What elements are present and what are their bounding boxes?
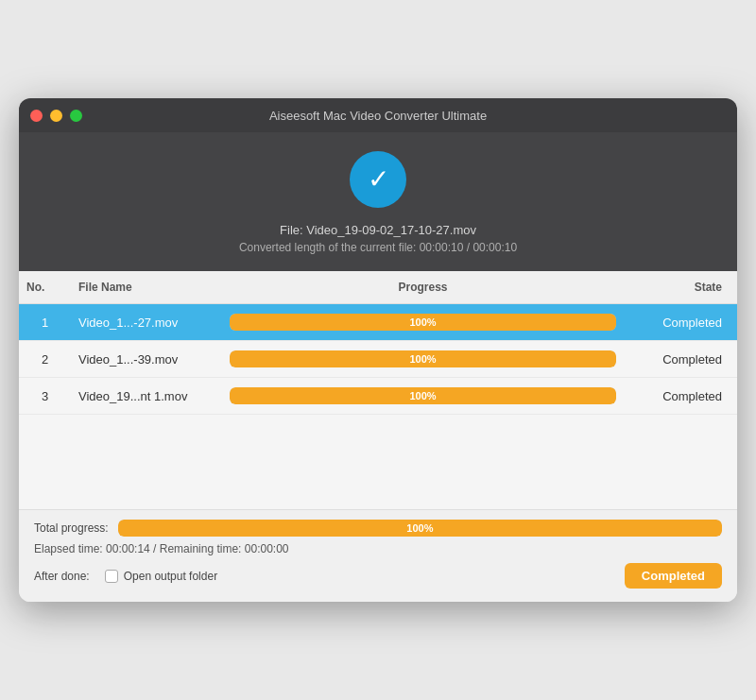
progress-value: 100% <box>409 316 436 328</box>
table-header-row: No. File Name Progress State <box>19 271 737 304</box>
col-progress: Progress <box>222 277 624 298</box>
progress-bar-bg: 100% <box>230 387 616 404</box>
row-no: 2 <box>19 352 71 367</box>
total-progress-label: Total progress: <box>34 521 109 535</box>
elapsed-time-label: Elapsed time: 00:00:14 / Remaining time:… <box>34 542 722 555</box>
table-empty-space <box>19 415 737 509</box>
minimize-button[interactable] <box>50 110 62 122</box>
maximize-button[interactable] <box>70 110 82 122</box>
open-output-checkbox[interactable] <box>105 570 118 583</box>
converted-length-label: Converted length of the current file: 00… <box>239 241 517 254</box>
progress-value: 100% <box>409 353 436 365</box>
close-button[interactable] <box>30 110 43 122</box>
row-no: 1 <box>19 316 71 330</box>
col-filename: File Name <box>71 277 222 298</box>
completion-icon-circle: ✓ <box>350 151 406 208</box>
row-no: 3 <box>19 389 71 403</box>
row-filename: Video_19...nt 1.mov <box>71 389 222 403</box>
footer-bottom: After done: Open output folder Completed <box>34 563 722 589</box>
row-filename: Video_1...-27.mov <box>71 316 222 330</box>
progress-bar-bg: 100% <box>230 350 616 367</box>
after-done-area: After done: Open output folder <box>34 570 217 583</box>
row-progress-wrap: 100% <box>222 314 624 331</box>
row-state: Completed <box>624 316 737 330</box>
open-output-label: Open output folder <box>124 570 217 583</box>
checkmark-icon: ✓ <box>368 166 389 193</box>
total-progress-value: 100% <box>406 522 433 534</box>
col-no: No. <box>19 277 71 298</box>
row-state: Completed <box>624 352 737 367</box>
progress-bar-bg: 100% <box>230 314 616 331</box>
window-controls <box>30 110 82 122</box>
file-table: No. File Name Progress State 1 Video_1..… <box>19 271 737 509</box>
progress-value: 100% <box>409 390 436 401</box>
conversion-header: ✓ File: Video_19-09-02_17-10-27.mov Conv… <box>19 132 737 271</box>
window-title: Aiseesoft Mac Video Converter Ultimate <box>269 109 487 123</box>
total-progress-bar-fill: 100% <box>118 520 722 537</box>
row-filename: Video_1...-39.mov <box>71 352 222 367</box>
total-progress-row: Total progress: 100% <box>34 520 722 537</box>
table-row[interactable]: 1 Video_1...-27.mov 100% Completed <box>19 304 737 341</box>
current-file-label: File: Video_19-09-02_17-10-27.mov <box>280 223 476 237</box>
table-row[interactable]: 3 Video_19...nt 1.mov 100% Completed <box>19 378 737 415</box>
row-progress-wrap: 100% <box>222 350 624 367</box>
progress-bar-fill: 100% <box>230 387 616 404</box>
footer: Total progress: 100% Elapsed time: 00:00… <box>19 509 737 602</box>
col-state: State <box>624 277 737 298</box>
row-state: Completed <box>624 389 737 403</box>
after-done-label: After done: <box>34 570 90 583</box>
total-progress-bar-wrap: 100% <box>118 520 722 537</box>
titlebar: Aiseesoft Mac Video Converter Ultimate <box>19 98 737 132</box>
row-progress-wrap: 100% <box>222 387 624 404</box>
completed-button[interactable]: Completed <box>625 563 722 589</box>
table-row[interactable]: 2 Video_1...-39.mov 100% Completed <box>19 341 737 378</box>
total-progress-bar-bg: 100% <box>118 520 722 537</box>
main-window: Aiseesoft Mac Video Converter Ultimate ✓… <box>19 98 737 602</box>
progress-bar-fill: 100% <box>230 314 616 331</box>
progress-bar-fill: 100% <box>230 350 616 367</box>
